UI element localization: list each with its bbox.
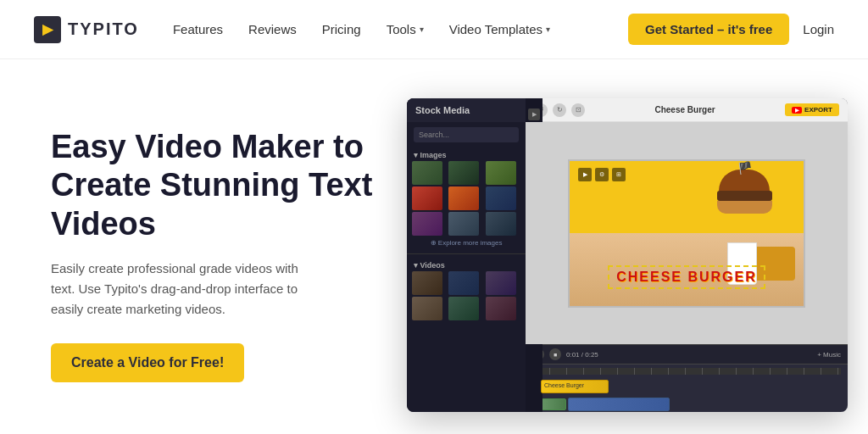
burger-bun-bottom xyxy=(717,201,772,214)
track-1: Cheese Burger xyxy=(532,379,841,394)
burger-visual xyxy=(702,170,787,246)
tools-chevron: ▾ xyxy=(420,25,424,34)
video-thumb-2[interactable] xyxy=(448,271,479,295)
panel-header: Stock Media xyxy=(407,98,526,122)
track-2 xyxy=(532,397,841,412)
timeline-controls: ▶ ■ 0:01 / 0:25 + Music xyxy=(526,345,848,364)
media-panel: Stock Media Search... ▾ Images ⊕ Explor xyxy=(407,98,526,412)
image-thumb-5[interactable] xyxy=(448,186,479,210)
image-thumb-7[interactable] xyxy=(412,212,442,236)
video-thumb-3[interactable] xyxy=(486,271,516,295)
navbar: ▶ TYPITO Features Reviews Pricing Tools … xyxy=(0,0,868,59)
image-thumb-1[interactable] xyxy=(412,161,442,185)
app-screenshot: Stock Media Search... ▾ Images ⊕ Explor xyxy=(407,98,848,412)
get-started-button[interactable]: Get Started – it's free xyxy=(628,14,789,45)
burger-bun-top xyxy=(719,170,770,191)
explore-more-button[interactable]: ⊕ Explore more images xyxy=(407,236,526,250)
cheese-burger-label: CHEESE BURGER xyxy=(608,265,765,289)
logo-icon: ▶ xyxy=(34,16,61,43)
burger-patty xyxy=(717,191,772,201)
image-thumb-3[interactable] xyxy=(486,161,516,185)
logo-name: TYPITO xyxy=(68,19,139,39)
text-overlay[interactable]: CHEESE BURGER xyxy=(578,265,795,289)
templates-chevron: ▾ xyxy=(546,25,550,34)
image-grid xyxy=(407,161,526,236)
canvas-topbar: ↺ ↻ ⊡ Cheese Burger ▶ EXPORT xyxy=(526,98,848,122)
video-thumb-4[interactable] xyxy=(412,297,442,320)
image-thumb-9[interactable] xyxy=(486,212,516,236)
hero-cta-button[interactable]: Create a Video for Free! xyxy=(51,343,244,382)
stop-button[interactable]: ■ xyxy=(549,348,561,360)
video-grid xyxy=(407,271,526,320)
video-thumb-5[interactable] xyxy=(448,297,479,320)
login-button[interactable]: Login xyxy=(803,22,834,36)
hero-description: Easily create professional grade videos … xyxy=(51,259,322,320)
settings-ctrl-icon[interactable]: ⚙ xyxy=(595,168,609,181)
hero-title: Easy Video Maker to Create Stunning Text… xyxy=(51,128,373,244)
nav-links: Features Reviews Pricing Tools ▾ Video T… xyxy=(173,22,628,36)
logo[interactable]: ▶ TYPITO xyxy=(34,16,139,43)
crop-ctrl-icon[interactable]: ⊞ xyxy=(612,168,626,181)
nav-video-templates[interactable]: Video Templates ▾ xyxy=(449,22,550,36)
redo-button[interactable]: ↻ xyxy=(553,103,566,117)
canvas-area: ↺ ↻ ⊡ Cheese Burger ▶ EXPORT xyxy=(526,98,848,412)
nav-actions: Get Started – it's free Login xyxy=(628,14,834,45)
canvas-title: Cheese Burger xyxy=(654,105,715,114)
video-thumb-6[interactable] xyxy=(486,297,516,320)
time-display: 0:01 / 0:25 xyxy=(566,351,598,359)
panel-divider xyxy=(407,253,526,254)
nav-features[interactable]: Features xyxy=(173,22,223,36)
videos-label: ▾ Videos xyxy=(407,258,526,271)
hero-left: Easy Video Maker to Create Stunning Text… xyxy=(51,128,373,383)
canvas-main: ▶ ⚙ ⊞ CHEESE BURGER xyxy=(526,122,848,344)
media-tool-icon[interactable]: ▶ xyxy=(528,108,540,120)
youtube-icon: ▶ xyxy=(792,107,802,114)
canvas-overlay-controls: ▶ ⚙ ⊞ xyxy=(578,168,626,181)
image-thumb-6[interactable] xyxy=(486,186,516,210)
timeline: ▶ ■ 0:01 / 0:25 + Music Cheese Burger xyxy=(526,344,848,412)
search-bar[interactable]: Search... xyxy=(414,127,519,142)
image-thumb-8[interactable] xyxy=(448,212,479,236)
images-label: ▾ Images xyxy=(407,147,526,161)
timeline-tracks: Cheese Burger xyxy=(526,364,848,412)
nav-tools[interactable]: Tools ▾ xyxy=(387,22,424,36)
play-ctrl-icon[interactable]: ▶ xyxy=(578,168,592,181)
image-thumb-2[interactable] xyxy=(448,161,479,185)
nav-pricing[interactable]: Pricing xyxy=(322,22,361,36)
track-video-1[interactable] xyxy=(568,398,670,411)
export-button[interactable]: ▶ EXPORT xyxy=(785,103,839,116)
music-button[interactable]: + Music xyxy=(817,351,841,359)
image-thumb-4[interactable] xyxy=(412,186,442,210)
timeline-ruler xyxy=(532,368,841,375)
hero-section: Easy Video Maker to Create Stunning Text… xyxy=(0,59,868,434)
hero-right: Stock Media Search... ▾ Images ⊕ Explor xyxy=(407,98,848,412)
video-thumb-1[interactable] xyxy=(412,271,442,295)
track-clip-1[interactable]: Cheese Burger xyxy=(541,380,609,393)
nav-reviews[interactable]: Reviews xyxy=(248,22,297,36)
canvas-frame[interactable]: ▶ ⚙ ⊞ CHEESE BURGER xyxy=(568,159,805,308)
zoom-button[interactable]: ⊡ xyxy=(571,103,585,117)
